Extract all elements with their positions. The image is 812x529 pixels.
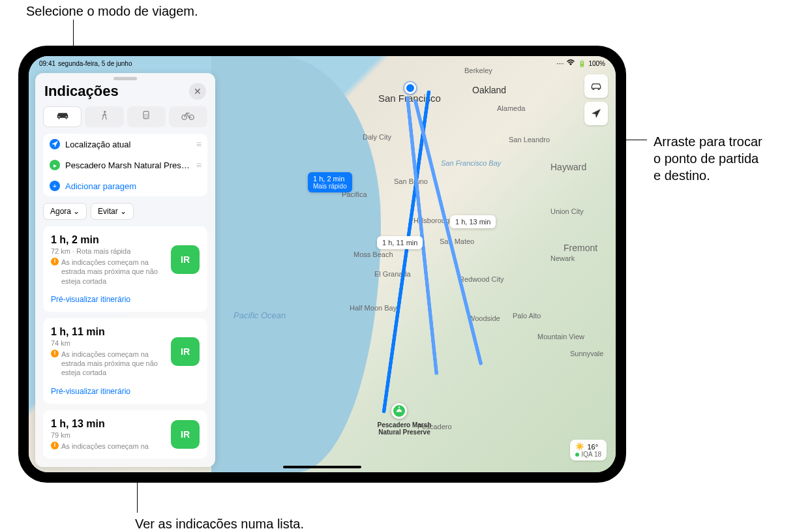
route-card-2[interactable]: 1 h, 13 min 79 km ! As indicações começa… — [43, 410, 207, 459]
stop-row-destination[interactable]: ▸ Pescadero Marsh Natural Pres… ≡ — [43, 155, 207, 175]
mode-tab-bike[interactable] — [169, 106, 207, 127]
annotation-right: Arraste para trocar o ponto de partida e… — [654, 133, 762, 184]
map-water — [211, 56, 381, 472]
city-newark: Newark — [550, 254, 575, 262]
ocean-label: Pacific Ocean — [233, 310, 286, 320]
route-card-0[interactable]: 1 h, 2 min 72 km · Rota mais rápida ! As… — [43, 226, 207, 312]
transit-icon — [139, 110, 153, 123]
warning-icon: ! — [51, 350, 59, 357]
wifi-icon — [566, 59, 575, 67]
svg-point-3 — [147, 117, 148, 118]
route-warning-text: As indicações começam na estrada mais pr… — [61, 258, 166, 286]
svg-point-2 — [145, 117, 146, 118]
svg-point-0 — [104, 111, 106, 113]
depart-time-label: Agora — [50, 207, 71, 216]
panel-grabber[interactable] — [113, 77, 137, 80]
screen: 09:41 segunda-feira, 5 de junho ···· 🔋 1… — [29, 56, 616, 472]
drag-handle-icon[interactable]: ≡ — [196, 139, 201, 149]
location-icon — [50, 139, 60, 149]
plus-icon: + — [50, 181, 60, 191]
city-hayward: Hayward — [550, 162, 586, 172]
start-marker — [404, 82, 416, 94]
panel-title: Indicações — [44, 83, 119, 100]
route-pill-alt2[interactable]: 1 h, 13 min — [450, 215, 496, 228]
route-pill-primary-time: 1 h, 2 min — [313, 175, 344, 183]
city-mossbeach: Moss Beach — [353, 250, 393, 258]
route-warning-text: As indicações começam na estrada mais pr… — [61, 350, 166, 378]
preview-route-link[interactable]: Pré-visualizar itinerário — [51, 387, 200, 396]
annotation-right-l2: o ponto de partida — [654, 151, 759, 166]
bike-icon — [181, 110, 195, 123]
city-fremont: Fremont — [564, 243, 597, 253]
destination-text: Pescadero Marsh Natural Pres… — [65, 160, 191, 170]
route-card-1[interactable]: 1 h, 11 min 74 km ! As indicações começa… — [43, 318, 207, 404]
add-stop-button[interactable]: + Adicionar paragem — [43, 175, 207, 196]
route-time: 1 h, 13 min — [51, 418, 166, 430]
mode-tab-transit[interactable] — [127, 106, 166, 127]
destination-marker[interactable] — [391, 403, 407, 419]
city-sanmateo: San Mateo — [440, 237, 474, 245]
ipad-frame: 09:41 segunda-feira, 5 de junho ···· 🔋 1… — [18, 46, 626, 483]
route-pill-primary-sub: Mais rápido — [313, 183, 347, 190]
home-indicator[interactable] — [283, 466, 361, 468]
go-button[interactable]: IR — [171, 245, 200, 274]
route-time: 1 h, 11 min — [51, 326, 166, 338]
annotation-top: Selecione o modo de viagem. — [26, 3, 198, 20]
city-dalycity: Daly City — [363, 133, 391, 141]
go-button[interactable]: IR — [171, 420, 200, 449]
route-sub: 72 km · Rota mais rápida — [51, 247, 166, 255]
status-date: segunda-feira, 5 de junho — [58, 60, 132, 67]
weather-badge[interactable]: ☀️ 16° IQA 18 — [570, 440, 607, 461]
close-icon: ✕ — [194, 86, 202, 97]
city-halfmoon: Half Moon Bay — [350, 304, 397, 312]
map-mode-button[interactable] — [584, 74, 608, 98]
go-button[interactable]: IR — [171, 337, 200, 366]
city-sunnyvale: Sunnyvale — [570, 350, 603, 357]
mode-tab-walk[interactable] — [85, 106, 123, 127]
directions-panel: Indicações ✕ — [35, 73, 215, 467]
depart-time-chip[interactable]: Agora ⌄ — [43, 203, 87, 220]
route-time: 1 h, 2 min — [51, 234, 166, 246]
chevron-down-icon: ⌄ — [73, 207, 80, 216]
route-pill-primary[interactable]: 1 h, 2 min Mais rápido — [308, 172, 352, 192]
destination-icon: ▸ — [50, 160, 60, 170]
annotation-bottom: Ver as indicações numa lista. — [135, 515, 304, 529]
route-warning-text: As indicações começam na — [61, 442, 149, 451]
aqi-dot — [575, 453, 579, 457]
mode-tab-car[interactable] — [43, 106, 82, 127]
chevron-down-icon: ⌄ — [120, 207, 127, 216]
status-bar: 09:41 segunda-feira, 5 de junho ···· 🔋 1… — [29, 56, 616, 70]
annotation-right-l1: Arraste para trocar — [654, 134, 762, 149]
route-pill-alt1[interactable]: 1 h, 11 min — [377, 236, 423, 249]
destination-label: Pescadero Marsh Natural Preserve — [373, 421, 436, 436]
drag-handle-icon[interactable]: ≡ — [196, 160, 201, 170]
avoid-label: Evitar — [98, 207, 118, 216]
route-warning: ! As indicações começam na — [51, 442, 166, 451]
weather-aqi: IQA 18 — [581, 451, 601, 458]
avoid-chip[interactable]: Evitar ⌄ — [91, 203, 134, 220]
bay-label: San Francisco Bay — [441, 159, 501, 167]
route-warning: ! As indicações começam na estrada mais … — [51, 258, 166, 286]
preview-route-link[interactable]: Pré-visualizar itinerário — [51, 295, 200, 304]
city-paloalto: Palo Alto — [513, 312, 541, 320]
stop-row-origin[interactable]: Localização atual ≡ — [43, 134, 207, 155]
route-sub: 74 km — [51, 339, 166, 347]
close-button[interactable]: ✕ — [189, 83, 206, 100]
city-sanbruno: San Bruno — [394, 177, 428, 185]
locate-button[interactable] — [584, 102, 608, 125]
city-mtnview: Mountain View — [537, 333, 584, 340]
battery-icon: 🔋 — [578, 60, 586, 67]
route-warning: ! As indicações começam na estrada mais … — [51, 350, 166, 378]
city-alameda: Alameda — [497, 104, 525, 112]
car-icon — [55, 110, 70, 123]
status-dots: ···· — [556, 60, 564, 67]
options-row: Agora ⌄ Evitar ⌄ — [35, 203, 215, 226]
city-oakland: Oakland — [472, 85, 506, 95]
city-sanleandro: San Leandro — [509, 136, 550, 144]
routes-list[interactable]: 1 h, 2 min 72 km · Rota mais rápida ! As… — [35, 226, 215, 467]
warning-icon: ! — [51, 442, 59, 449]
status-battery: 100% — [588, 60, 605, 67]
origin-text: Localização atual — [65, 140, 191, 149]
add-stop-text: Adicionar paragem — [65, 181, 201, 191]
city-unioncity: Union City — [550, 207, 584, 215]
